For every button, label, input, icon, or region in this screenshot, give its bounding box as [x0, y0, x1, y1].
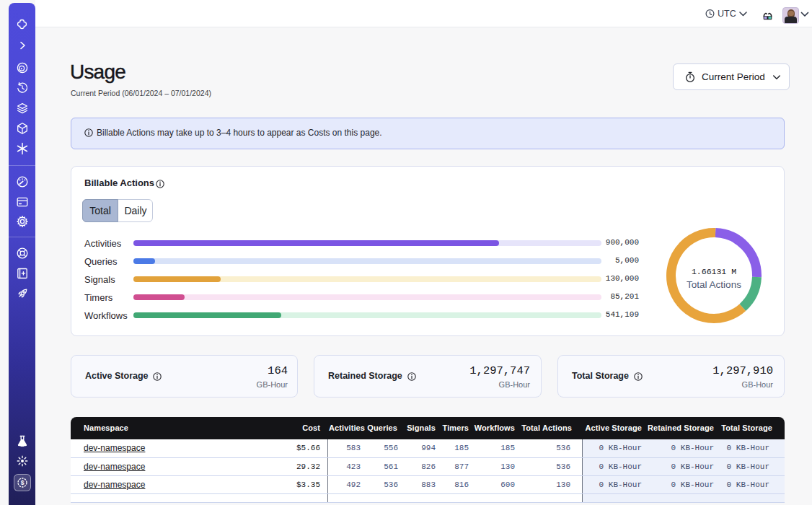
svg-text:UTC: UTC [718, 9, 736, 19]
svg-text:$: $ [20, 479, 24, 486]
